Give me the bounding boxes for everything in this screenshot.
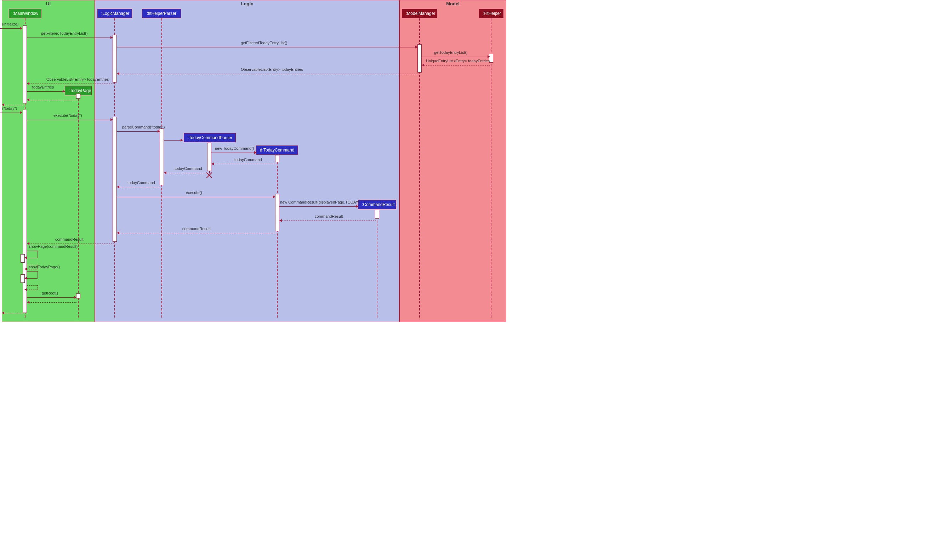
destroy-tcp bbox=[206, 172, 212, 178]
msg-todaypage-return bbox=[27, 97, 77, 103]
participant-mainwindow: :MainWindow bbox=[9, 9, 42, 18]
msg-cr-ret2: commandResult bbox=[117, 230, 276, 236]
msg-todaycmd-ret2: todayCommand bbox=[164, 170, 208, 175]
lifeline-cr bbox=[377, 210, 377, 317]
msg-todaycmd-ret1: todayCommand bbox=[211, 161, 276, 167]
msg-today-input: ("today") bbox=[0, 110, 23, 115]
msg-cr-ret1: commandResult bbox=[279, 218, 375, 223]
activation bbox=[76, 94, 80, 99]
participant-modelmanager: :ModelManager bbox=[402, 9, 437, 18]
msg-getfiltered2: getFilteredTodayEntryList() bbox=[117, 44, 419, 50]
activation bbox=[160, 129, 164, 185]
msg-observable1: ObservableList<Entry> todayEntries bbox=[117, 71, 419, 77]
msg-getroot-return bbox=[27, 300, 77, 305]
activation bbox=[207, 143, 211, 171]
lifeline-td bbox=[277, 155, 278, 317]
msg-parsecommand: parseCommand("today") bbox=[117, 129, 161, 134]
lifeline-todaypage bbox=[78, 95, 78, 317]
participant-fithelperparser: :fitHelperParser bbox=[142, 9, 181, 18]
msg-initialize: (initialize) bbox=[0, 26, 23, 31]
msg-todayentries: todayEntries bbox=[27, 89, 66, 94]
msg-todaycmd-ret3: todayCommand bbox=[117, 184, 161, 190]
lane-ui: Ui bbox=[2, 0, 95, 322]
lane-ui-title: Ui bbox=[2, 1, 94, 6]
lifeline-fit bbox=[491, 18, 491, 317]
participant-fithelper: :FitHelper bbox=[479, 9, 503, 18]
activation bbox=[112, 117, 117, 242]
activation bbox=[112, 35, 117, 83]
msg-create-tcp bbox=[164, 137, 184, 143]
msg-execute: execute() bbox=[117, 194, 276, 200]
msg-getfiltered1: getFilteredTodayEntryList() bbox=[27, 35, 114, 40]
activation bbox=[23, 26, 27, 103]
participant-todaycommand: d:TodayCommand bbox=[256, 146, 298, 155]
lane-logic-title: Logic bbox=[95, 1, 399, 6]
sequence-diagram: Ui Logic Model :MainWindow :LogicManager… bbox=[0, 0, 531, 322]
participant-commandresult: :CommandResult bbox=[358, 200, 396, 209]
msg-newcr: new CommandResult(displayedPage.TODAY) bbox=[279, 203, 359, 209]
msg-executetoday: execute("today") bbox=[27, 117, 114, 123]
msg-uniquelist: UniqueEntryList<Entry> todayEntries bbox=[422, 62, 490, 68]
msg-newtoday: new TodayCommand() bbox=[211, 150, 257, 155]
participant-todaycommandparser: :TodayCommandParser bbox=[184, 133, 236, 142]
participant-logicmanager: :LogicManager bbox=[97, 9, 132, 18]
lane-model-title: Model bbox=[400, 1, 506, 6]
msg-final-return bbox=[2, 310, 23, 316]
